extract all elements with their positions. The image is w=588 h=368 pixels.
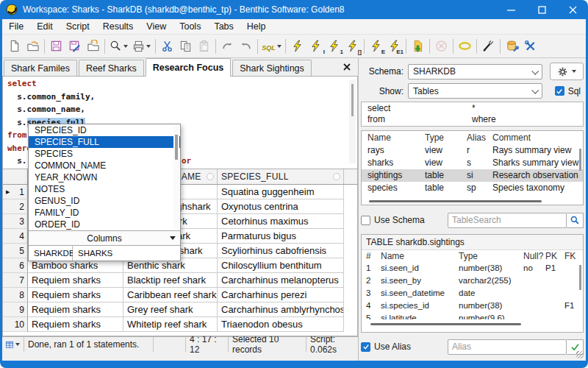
sql-checkbox[interactable]	[555, 86, 564, 96]
pen-button[interactable]	[479, 37, 498, 56]
autocomplete-mode-selector[interactable]: Columns	[29, 230, 180, 245]
row-number-cell[interactable]: ▶1	[3, 185, 28, 199]
row-number-cell[interactable]: 7	[3, 273, 28, 288]
popup-scrollbar[interactable]	[173, 126, 179, 229]
object-header-type[interactable]: Type	[425, 131, 467, 144]
object-header-comment[interactable]: Comment	[492, 131, 583, 144]
run-one-button[interactable]: 1	[325, 37, 343, 56]
grid-cell[interactable]: Triaenodon obesus	[218, 317, 344, 332]
sql-checkbox-group[interactable]: Sql	[555, 86, 584, 96]
grid-row[interactable]: 8Requiem sharksCaribbean reef sharkCarch…	[3, 288, 357, 302]
grid-cell[interactable]: Grey reef shark	[123, 302, 218, 317]
options-button[interactable]	[521, 37, 539, 56]
find-button[interactable]	[107, 37, 130, 56]
results-view-dropdown[interactable]	[2, 337, 24, 352]
quick-sql-star[interactable]: *	[472, 103, 577, 114]
object-list-vscroll-thumb[interactable]	[579, 149, 581, 171]
grid-cell[interactable]: Whitetip reef shark	[123, 317, 218, 332]
alias-input[interactable]	[448, 339, 567, 355]
export-button[interactable]	[409, 37, 427, 56]
columns-header--[interactable]: #	[366, 250, 381, 263]
menu-item-help[interactable]: Help	[240, 19, 273, 34]
table-search-button[interactable]	[567, 213, 584, 228]
use-alias-checkbox[interactable]	[361, 342, 370, 352]
undo-button[interactable]	[237, 37, 255, 56]
grid-cell[interactable]: Chiloscyllium benthitum	[218, 258, 344, 273]
autocomplete-item-species-id[interactable]: SPECIES_ID	[29, 124, 180, 136]
grid-cell[interactable]: Requiem sharks	[28, 273, 123, 288]
editor-scrollbar[interactable]	[349, 79, 356, 163]
object-row-species[interactable]: speciestablespSpecies taxonomy	[362, 182, 583, 194]
tab-close-button[interactable]	[342, 62, 352, 72]
menu-item-script[interactable]: Script	[60, 19, 96, 34]
close-button[interactable]	[557, 0, 588, 19]
grid-column-header-species-full[interactable]: SPECIES_FULL	[218, 169, 344, 184]
columns-header-pk[interactable]: PK	[545, 250, 564, 263]
row-number-cell[interactable]: 4	[3, 229, 28, 244]
revert-folder-button[interactable]	[84, 37, 102, 56]
grid-cell[interactable]: Squatina guggenheim	[218, 185, 344, 199]
grid-cell[interactable]: Carcharhinus amblyrhynchos	[218, 302, 344, 317]
minimize-button[interactable]	[495, 0, 526, 19]
autocomplete-item-year-known[interactable]: YEAR_KNOWN	[29, 171, 180, 183]
columns-vscroll-thumb[interactable]	[579, 265, 581, 290]
grid-cell[interactable]: Blacktip reef shark	[123, 273, 218, 288]
tab-shark-sightings[interactable]: Shark Sightings	[232, 60, 312, 76]
quick-sql-select[interactable]: select	[368, 103, 472, 114]
menu-item-tools[interactable]: Tools	[173, 19, 207, 34]
menu-item-file[interactable]: File	[2, 19, 30, 34]
columns-header-null-[interactable]: Null?	[523, 250, 545, 263]
column-row-si-latitude[interactable]: 5si.latitudenumber(9,6)	[362, 312, 583, 319]
column-row-si-seen-datetime[interactable]: 3si.seen_datetimedate	[362, 287, 583, 300]
popup-scroll-thumb[interactable]	[175, 135, 178, 160]
grid-row[interactable]: 7Requiem sharksBlacktip reef sharkCarcha…	[3, 273, 357, 288]
grid-row[interactable]: 10Requiem sharksWhitetip reef sharkTriae…	[3, 317, 357, 332]
maximize-button[interactable]	[526, 0, 557, 19]
autocomplete-item-order-id[interactable]: ORDER_ID	[29, 219, 180, 230]
grid-cell[interactable]: Carcharhinus melanopterus	[218, 273, 344, 288]
show-combobox[interactable]: Tables	[408, 83, 542, 99]
grid-cell[interactable]: Caribbean reef shark	[123, 288, 218, 302]
grid-cell[interactable]: Requiem sharks	[28, 288, 123, 302]
use-schema-checkbox[interactable]	[361, 216, 370, 225]
columns-hscrollbar[interactable]	[362, 319, 583, 333]
panel-settings-button[interactable]	[550, 63, 584, 80]
grid-cell[interactable]: Cetorhinus maximus	[218, 214, 344, 229]
copy-button[interactable]	[176, 37, 195, 56]
row-number-cell[interactable]: 10	[3, 317, 28, 332]
columns-header-type[interactable]: Type	[459, 250, 523, 263]
ring-button[interactable]	[456, 37, 474, 56]
menu-item-view[interactable]: View	[140, 19, 173, 34]
grid-cell[interactable]: Scyliorhinus cabofriensis	[218, 244, 344, 258]
object-header-alias[interactable]: Alias	[467, 131, 492, 144]
row-number-cell[interactable]: 3	[3, 214, 28, 229]
grid-cell[interactable]: Oxynotus centrina	[218, 199, 344, 214]
autocomplete-item-family-id[interactable]: FAMILY_ID	[29, 207, 180, 219]
quick-sql-from[interactable]: from	[368, 114, 472, 125]
row-number-cell[interactable]: 8	[3, 288, 28, 302]
tab-research-focus[interactable]: Research Focus	[146, 58, 232, 77]
run-explain-button[interactable]: E	[367, 37, 385, 56]
column-row-si-seen-id[interactable]: 1si.seen_idnumber(38)noP1	[362, 262, 583, 275]
grid-cell[interactable]: Carcharhinus perezi	[218, 288, 344, 302]
editor-scroll-thumb[interactable]	[351, 84, 354, 116]
menu-item-edit[interactable]: Edit	[30, 19, 60, 34]
object-list-hscroll-thumb[interactable]	[369, 200, 542, 202]
grid-row[interactable]: 9Requiem sharksGrey reef sharkCarcharhin…	[3, 302, 357, 317]
tab-reef-sharks[interactable]: Reef Sharks	[79, 60, 144, 76]
object-header-name[interactable]: Name	[368, 131, 425, 144]
autocomplete-item-species[interactable]: SPECIES	[29, 148, 180, 160]
row-number-cell[interactable]: 6	[3, 258, 28, 273]
row-number-cell[interactable]: 2	[3, 199, 28, 214]
autocomplete-item-genus-id[interactable]: GENUS_ID	[29, 195, 180, 207]
save-as-button[interactable]	[65, 37, 84, 56]
resize-grip[interactable]	[576, 351, 584, 358]
tab-shark-familes[interactable]: Shark Familes	[4, 60, 77, 76]
open-file-button[interactable]	[24, 37, 42, 56]
menu-item-results[interactable]: Results	[96, 19, 140, 34]
schema-combobox[interactable]: SHARKDB	[408, 64, 542, 79]
run-explain-one-button[interactable]: E1	[385, 37, 404, 56]
autocomplete-item-species-full[interactable]: SPECIES_FULL	[29, 136, 180, 148]
save-button[interactable]	[47, 37, 65, 56]
row-number-cell[interactable]: 9	[3, 302, 28, 317]
